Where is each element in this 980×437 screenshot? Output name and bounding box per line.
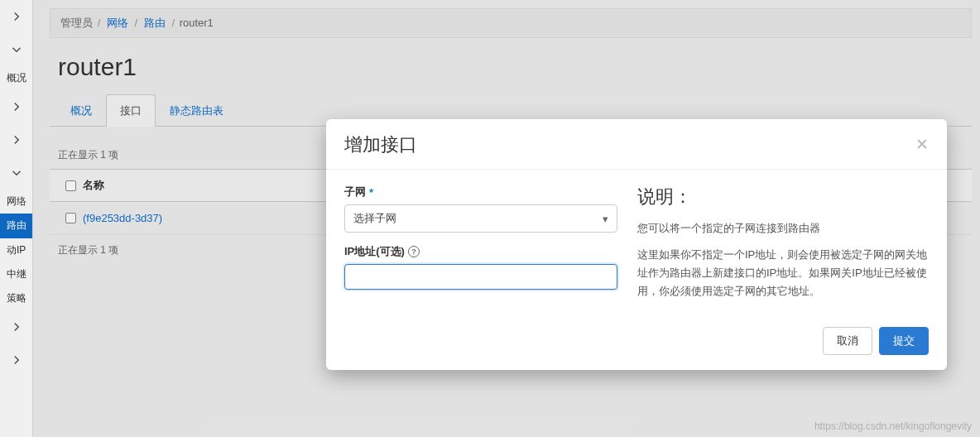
watermark: https://blog.csdn.net/kingoflongevity [814, 420, 972, 432]
close-icon[interactable] [915, 137, 929, 153]
ip-label-text: IP地址(可选) [344, 244, 405, 259]
ip-address-input[interactable] [344, 264, 617, 290]
ip-field-group: IP地址(可选) ? [344, 244, 617, 290]
modal-body: 子网 * 选择子网 ▾ IP地址(可选) ? 说明： 您可以将一个指定的子网连接… [326, 170, 947, 319]
ip-label: IP地址(可选) ? [344, 244, 617, 259]
submit-button[interactable]: 提交 [879, 327, 929, 355]
subnet-field-group: 子网 * 选择子网 ▾ [344, 185, 617, 233]
cancel-button[interactable]: 取消 [823, 327, 872, 355]
modal-description: 说明： 您可以将一个指定的子网连接到路由器 这里如果你不指定一个IP地址，则会使… [637, 185, 929, 309]
modal-header: 增加接口 [326, 119, 947, 170]
caret-down-icon: ▾ [603, 213, 608, 225]
modal-form: 子网 * 选择子网 ▾ IP地址(可选) ? [344, 185, 617, 309]
modal-footer: 取消 提交 [326, 319, 947, 370]
description-p2: 这里如果你不指定一个IP地址，则会使用被选定子网的网关地址作为路由器上新建接口的… [637, 246, 929, 300]
subnet-select[interactable]: 选择子网 ▾ [344, 204, 617, 233]
description-title: 说明： [637, 185, 929, 209]
subnet-label-text: 子网 [344, 185, 366, 199]
description-p1: 您可以将一个指定的子网连接到路由器 [637, 219, 929, 238]
subnet-selected-value: 选择子网 [353, 211, 396, 226]
add-interface-modal: 增加接口 子网 * 选择子网 ▾ IP地址(可选) ? [326, 119, 947, 370]
help-icon[interactable]: ? [408, 246, 420, 257]
required-star-icon: * [369, 186, 373, 199]
subnet-label: 子网 * [344, 185, 617, 199]
modal-title: 增加接口 [344, 132, 417, 157]
